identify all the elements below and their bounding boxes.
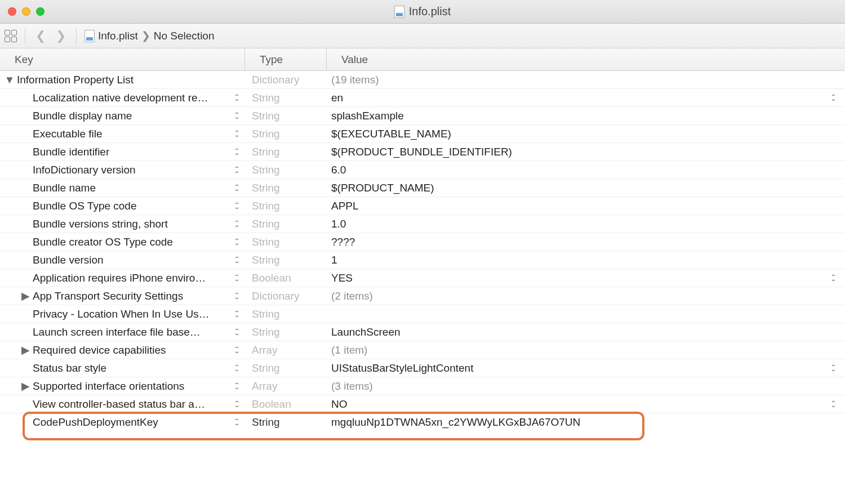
key-stepper[interactable] xyxy=(233,147,241,157)
value-text[interactable]: (2 items) xyxy=(327,290,845,302)
value-stepper[interactable] xyxy=(829,273,837,283)
disclosure-triangle-right-icon[interactable]: ▶ xyxy=(21,344,29,356)
type-text: String xyxy=(245,146,327,158)
table-row[interactable]: Bundle display nameStringsplashExample xyxy=(0,107,845,125)
table-row[interactable]: Localization native development re…Strin… xyxy=(0,89,845,107)
type-text: String xyxy=(245,236,327,248)
value-text[interactable]: NO xyxy=(327,398,845,411)
value-text[interactable]: $(PRODUCT_BUNDLE_IDENTIFIER) xyxy=(327,146,845,158)
value-text[interactable]: $(EXECUTABLE_NAME) xyxy=(327,128,845,140)
header-type[interactable]: Type xyxy=(245,48,327,70)
table-row[interactable]: ▶App Transport Security SettingsDictiona… xyxy=(0,287,845,305)
disclosure-triangle-right-icon[interactable]: ▶ xyxy=(21,289,29,302)
table-row[interactable]: ▶Supported interface orientationsArray(3… xyxy=(0,377,845,395)
key-text: Supported interface orientations xyxy=(33,380,184,393)
header-key[interactable]: Key xyxy=(0,48,245,70)
close-button[interactable] xyxy=(8,7,16,16)
table-row[interactable]: Bundle creator OS Type codeString???? xyxy=(0,233,845,251)
type-text: Boolean xyxy=(245,272,327,284)
table-row[interactable]: Bundle identifierString$(PRODUCT_BUNDLE_… xyxy=(0,143,845,161)
breadcrumb[interactable]: Info.plist ❯ No Selection xyxy=(84,29,215,42)
navigation-bar: ❮ ❯ Info.plist ❯ No Selection xyxy=(0,24,845,48)
key-stepper[interactable] xyxy=(233,273,241,283)
minimize-button[interactable] xyxy=(22,7,30,16)
traffic-lights xyxy=(0,7,45,16)
type-text: String xyxy=(245,308,327,320)
key-stepper[interactable] xyxy=(233,129,241,139)
table-row[interactable]: ▶Required device capabilitiesArray(1 ite… xyxy=(0,341,845,359)
value-text[interactable]: YES xyxy=(327,272,845,284)
type-text: String xyxy=(245,218,327,230)
separator xyxy=(25,28,25,44)
table-row[interactable]: Bundle OS Type codeStringAPPL xyxy=(0,197,845,215)
key-stepper[interactable] xyxy=(233,237,241,247)
value-text[interactable]: LaunchScreen xyxy=(327,326,845,338)
key-stepper[interactable] xyxy=(233,291,241,301)
value-stepper[interactable] xyxy=(829,399,837,409)
key-stepper[interactable] xyxy=(233,363,241,373)
key-text: CodePushDeploymentKey xyxy=(33,416,158,429)
value-text[interactable]: 1.0 xyxy=(327,218,845,230)
table-row-root[interactable]: ▼ Information Property List Dictionary (… xyxy=(0,71,845,89)
table-row[interactable]: Bundle versionString1 xyxy=(0,251,845,269)
key-text: Bundle name xyxy=(33,182,96,194)
table-row[interactable]: Application requires iPhone enviro…Boole… xyxy=(0,269,845,287)
type-text: String xyxy=(245,110,327,122)
key-text: Bundle creator OS Type code xyxy=(33,236,173,248)
key-stepper[interactable] xyxy=(233,93,241,103)
key-stepper[interactable] xyxy=(233,201,241,211)
disclosure-triangle-right-icon[interactable]: ▶ xyxy=(21,380,29,393)
value-text[interactable]: $(PRODUCT_NAME) xyxy=(327,182,845,194)
value-text[interactable]: (3 items) xyxy=(327,380,845,393)
plist-file-icon xyxy=(84,30,95,42)
breadcrumb-file: Info.plist xyxy=(98,30,138,42)
table-row[interactable]: Status bar styleStringUIStatusBarStyleLi… xyxy=(0,359,845,377)
related-items-icon[interactable] xyxy=(5,30,17,42)
header-value[interactable]: Value xyxy=(327,48,845,70)
key-text: Bundle OS Type code xyxy=(33,200,137,212)
nav-back-button[interactable]: ❮ xyxy=(33,29,48,43)
value-text[interactable]: en xyxy=(327,92,845,104)
table-row[interactable]: Launch screen interface file base…String… xyxy=(0,323,845,341)
key-stepper[interactable] xyxy=(233,219,241,229)
key-stepper[interactable] xyxy=(233,255,241,265)
key-stepper[interactable] xyxy=(233,417,241,427)
breadcrumb-selection: No Selection xyxy=(154,30,215,42)
value-text[interactable]: (1 item) xyxy=(327,344,845,356)
key-text: Executable file xyxy=(33,128,103,140)
value-text[interactable]: mgqluuNp1DTWNA5xn_c2YWWyLKGxBJA67O7UN xyxy=(327,416,845,429)
type-text: String xyxy=(245,326,327,338)
value-stepper[interactable] xyxy=(829,93,837,103)
key-stepper[interactable] xyxy=(233,111,241,121)
key-stepper[interactable] xyxy=(233,327,241,337)
value-text[interactable]: UIStatusBarStyleLightContent xyxy=(327,362,845,374)
table-row[interactable]: Privacy - Location When In Use Us…String xyxy=(0,305,845,323)
key-text: View controller-based status bar a… xyxy=(33,398,205,411)
zoom-button[interactable] xyxy=(36,7,45,16)
value-text[interactable]: ???? xyxy=(327,236,845,248)
key-stepper[interactable] xyxy=(233,309,241,319)
key-text: Bundle versions string, short xyxy=(33,218,168,230)
type-text: Dictionary xyxy=(245,74,327,86)
disclosure-triangle-down-icon[interactable]: ▼ xyxy=(6,74,14,86)
key-stepper[interactable] xyxy=(233,183,241,193)
table-row[interactable]: Bundle versions string, shortString1.0 xyxy=(0,215,845,233)
table-row[interactable]: CodePushDeploymentKeyStringmgqluuNp1DTWN… xyxy=(0,413,845,431)
value-text[interactable]: splashExample xyxy=(327,110,845,122)
key-stepper[interactable] xyxy=(233,165,241,175)
key-text: Privacy - Location When In Use Us… xyxy=(33,308,210,320)
nav-forward-button[interactable]: ❯ xyxy=(54,29,68,43)
table-row[interactable]: InfoDictionary versionString6.0 xyxy=(0,161,845,179)
key-stepper[interactable] xyxy=(233,381,241,391)
table-row[interactable]: Bundle nameString$(PRODUCT_NAME) xyxy=(0,179,845,197)
value-stepper[interactable] xyxy=(829,363,837,373)
table-row[interactable]: View controller-based status bar a…Boole… xyxy=(0,395,845,413)
key-stepper[interactable] xyxy=(233,345,241,355)
type-text: String xyxy=(245,362,327,374)
table-row[interactable]: Executable fileString$(EXECUTABLE_NAME) xyxy=(0,125,845,143)
key-stepper[interactable] xyxy=(233,399,241,409)
window-title: Info.plist xyxy=(0,5,845,18)
value-text[interactable]: 6.0 xyxy=(327,164,845,176)
value-text[interactable]: APPL xyxy=(327,200,845,212)
value-text[interactable]: 1 xyxy=(327,254,845,266)
